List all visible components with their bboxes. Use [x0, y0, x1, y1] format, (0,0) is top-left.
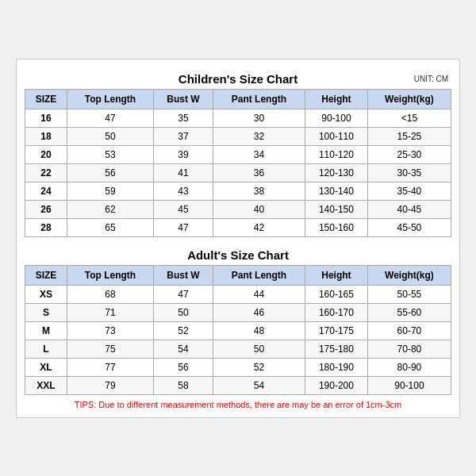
- col-height: Height: [305, 89, 368, 109]
- table-cell: 30: [213, 109, 305, 127]
- col-top-length: Top Length: [67, 89, 153, 109]
- table-cell: 140-150: [305, 200, 368, 218]
- table-row: 26624540140-15040-45: [25, 200, 451, 218]
- table-cell: 24: [25, 182, 67, 200]
- table-row: XS684744160-16550-55: [25, 285, 451, 303]
- table-cell: 42: [213, 218, 305, 236]
- table-cell: 20: [25, 145, 67, 163]
- table-cell: XXL: [25, 376, 67, 394]
- table-cell: 36: [213, 163, 305, 182]
- col-pant-length-adult: Pant Length: [213, 265, 305, 285]
- table-cell: 54: [154, 340, 213, 358]
- adult-title: Adult's Size Chart: [187, 248, 289, 262]
- table-cell: 70-80: [367, 340, 451, 358]
- table-cell: 22: [25, 163, 67, 182]
- col-bust-w: Bust W: [154, 89, 213, 109]
- table-row: 22564136120-13030-35: [25, 163, 451, 182]
- table-cell: 79: [67, 376, 153, 394]
- col-top-length-adult: Top Length: [67, 265, 153, 285]
- table-cell: 50: [213, 340, 305, 358]
- table-cell: L: [25, 340, 67, 358]
- table-cell: 52: [213, 358, 305, 376]
- table-row: 1647353090-100<15: [25, 109, 451, 127]
- table-cell: 45: [154, 200, 213, 218]
- adult-header-row: SIZE Top Length Bust W Pant Length Heigh…: [25, 265, 451, 285]
- children-size-table: SIZE Top Length Bust W Pant Length Heigh…: [25, 89, 451, 237]
- table-cell: 50-55: [367, 285, 451, 303]
- table-cell: <15: [367, 109, 451, 127]
- table-row: L755450175-18070-80: [25, 340, 451, 358]
- table-cell: 35-40: [367, 182, 451, 200]
- table-cell: 56: [67, 163, 153, 182]
- table-cell: 59: [67, 182, 153, 200]
- col-size-adult: SIZE: [25, 265, 67, 285]
- chart-container: Children's Size Chart UNIT: CM SIZE Top …: [16, 59, 460, 418]
- table-cell: 54: [213, 376, 305, 394]
- table-cell: 39: [154, 145, 213, 163]
- table-cell: 150-160: [305, 218, 368, 236]
- col-size: SIZE: [25, 89, 67, 109]
- table-cell: 25-30: [367, 145, 451, 163]
- table-cell: 160-165: [305, 285, 368, 303]
- table-cell: 15-25: [367, 127, 451, 145]
- table-cell: 120-130: [305, 163, 368, 182]
- table-cell: 40-45: [367, 200, 451, 218]
- table-cell: 26: [25, 200, 67, 218]
- table-cell: 58: [154, 376, 213, 394]
- children-title-row: Children's Size Chart UNIT: CM: [25, 67, 451, 89]
- table-row: XL775652180-19080-90: [25, 358, 451, 376]
- table-cell: 45-50: [367, 218, 451, 236]
- table-cell: 62: [67, 200, 153, 218]
- children-header-row: SIZE Top Length Bust W Pant Length Heigh…: [25, 89, 451, 109]
- table-cell: 77: [67, 358, 153, 376]
- table-cell: 71: [67, 303, 153, 321]
- children-title: Children's Size Chart: [178, 72, 298, 86]
- table-cell: 65: [67, 218, 153, 236]
- table-cell: 90-100: [367, 376, 451, 394]
- table-cell: 47: [67, 109, 153, 127]
- adult-title-row: Adult's Size Chart: [25, 244, 451, 265]
- table-cell: 52: [154, 321, 213, 340]
- table-cell: 38: [213, 182, 305, 200]
- col-height-adult: Height: [305, 265, 368, 285]
- table-cell: 32: [213, 127, 305, 145]
- table-cell: 47: [154, 218, 213, 236]
- col-weight: Weight(kg): [367, 89, 451, 109]
- table-row: 28654742150-16045-50: [25, 218, 451, 236]
- col-weight-adult: Weight(kg): [367, 265, 451, 285]
- table-cell: 56: [154, 358, 213, 376]
- col-bust-w-adult: Bust W: [154, 265, 213, 285]
- table-cell: 160-170: [305, 303, 368, 321]
- table-cell: S: [25, 303, 67, 321]
- table-row: 20533934110-12025-30: [25, 145, 451, 163]
- table-cell: 44: [213, 285, 305, 303]
- table-cell: 75: [67, 340, 153, 358]
- table-cell: 175-180: [305, 340, 368, 358]
- table-cell: 37: [154, 127, 213, 145]
- table-cell: XL: [25, 358, 67, 376]
- table-row: XXL795854190-20090-100: [25, 376, 451, 394]
- table-cell: 170-175: [305, 321, 368, 340]
- unit-label: UNIT: CM: [414, 75, 448, 83]
- table-cell: 30-35: [367, 163, 451, 182]
- table-cell: 18: [25, 127, 67, 145]
- table-cell: 60-70: [367, 321, 451, 340]
- table-cell: 40: [213, 200, 305, 218]
- table-cell: 48: [213, 321, 305, 340]
- table-cell: 28: [25, 218, 67, 236]
- table-cell: 46: [213, 303, 305, 321]
- table-cell: 55-60: [367, 303, 451, 321]
- table-cell: XS: [25, 285, 67, 303]
- table-row: 24594338130-14035-40: [25, 182, 451, 200]
- table-cell: 110-120: [305, 145, 368, 163]
- table-cell: 43: [154, 182, 213, 200]
- table-row: S715046160-17055-60: [25, 303, 451, 321]
- table-cell: 34: [213, 145, 305, 163]
- table-cell: 68: [67, 285, 153, 303]
- table-cell: 190-200: [305, 376, 368, 394]
- table-cell: 47: [154, 285, 213, 303]
- table-cell: 53: [67, 145, 153, 163]
- table-cell: 35: [154, 109, 213, 127]
- table-cell: 73: [67, 321, 153, 340]
- table-row: M735248170-17560-70: [25, 321, 451, 340]
